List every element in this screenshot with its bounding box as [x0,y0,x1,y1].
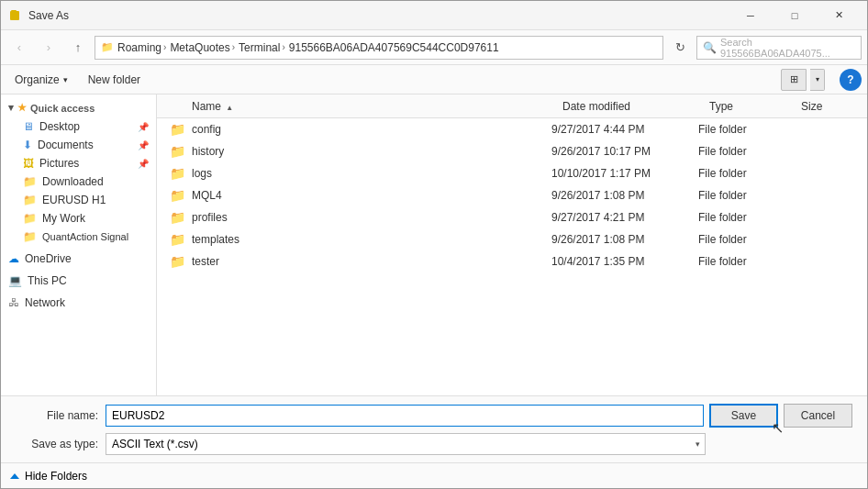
up-button[interactable]: ↑ [65,36,91,60]
filename-row: File name: Save ↖ Cancel [16,404,852,428]
close-button[interactable]: ✕ [818,1,860,30]
maximize-button[interactable]: □ [773,1,816,30]
main-content: ▾ ★ Quick access 🖥 Desktop 📌 ⬇ Documents… [1,94,867,395]
view-button[interactable]: ⊞ [781,69,807,91]
pin-icon-desktop: 📌 [138,122,149,132]
organize-label: Organize [15,73,60,86]
filename-label: File name: [16,409,98,422]
desktop-icon: 🖥 [23,120,34,133]
sidebar-quantaction-label: QuantAction Signal [42,231,128,242]
file-date: 9/27/2017 4:21 PM [551,211,698,224]
quantaction-icon: 📁 [23,230,37,243]
path-segment-id: 915566BA06ADA407569C544CC0D97611 [289,41,499,54]
cancel-button[interactable]: Cancel [784,404,852,428]
file-type: File folder [698,189,790,202]
col-header-date[interactable]: Date modified [557,96,704,117]
sidebar-pictures-label: Pictures [39,157,79,170]
path-segment-metaquotes: MetaQuotes › [170,41,235,54]
file-name: MQL4 [192,189,551,202]
hide-folders-label: Hide Folders [25,470,87,483]
pictures-icon: 🖼 [23,157,34,170]
thispc-section: 💻 This PC [1,272,156,290]
sidebar-network-label: Network [25,296,65,309]
sidebar-item-mywork[interactable]: 📁 My Work [1,209,156,228]
saveastype-select[interactable]: ASCII Text (*.csv)CSV (*.csv)Text (*.txt… [106,433,706,455]
table-row[interactable]: 📁 profiles 9/27/2017 4:21 PM File folder [157,206,867,228]
col-header-name[interactable]: Name ▲ [186,96,557,117]
toolbar: Organize ▾ New folder ⊞ ▾ ? [1,65,867,94]
filename-input[interactable] [106,405,704,427]
file-date: 10/4/2017 1:35 PM [551,255,698,268]
file-name: history [192,145,551,158]
sidebar-item-documents[interactable]: ⬇ Documents 📌 [1,136,156,154]
help-button[interactable]: ? [840,69,862,91]
sidebar-item-eurusd[interactable]: 📁 EURUSD H1 [1,191,156,209]
search-box[interactable]: 🔍 Search 915566BA06ADA4075... [696,36,862,60]
path-segment-roaming: Roaming › [117,41,166,54]
col-header-type[interactable]: Type [704,96,796,117]
svg-rect-1 [11,10,17,12]
sidebar-item-onedrive[interactable]: ☁ OneDrive [1,250,156,268]
thispc-icon: 💻 [8,274,22,287]
sidebar-eurusd-label: EURUSD H1 [42,194,106,206]
file-date: 9/26/2017 1:08 PM [551,233,698,246]
saveastype-wrapper: ASCII Text (*.csv)CSV (*.csv)Text (*.txt… [106,433,706,455]
view-dropdown[interactable]: ▾ [810,69,825,91]
dialog-title: Save As [28,9,729,22]
folder-icon: 📁 [170,188,184,203]
search-icon: 🔍 [703,41,717,54]
minimize-button[interactable]: ─ [729,1,772,30]
sidebar-thispc-label: This PC [28,274,67,287]
table-row[interactable]: 📁 history 9/26/2017 10:17 PM File folder [157,140,867,162]
folder-icon: 📁 [170,232,184,247]
network-icon: 🖧 [8,296,19,309]
sidebar-item-thispc[interactable]: 💻 This PC [1,272,156,290]
sidebar-item-desktop[interactable]: 🖥 Desktop 📌 [1,117,156,136]
sidebar-item-network[interactable]: 🖧 Network [1,294,156,312]
save-as-dialog: Save As ─ □ ✕ ‹ › ↑ 📁 Roaming › MetaQuot… [0,0,868,489]
file-type: File folder [698,167,790,180]
search-placeholder: Search 915566BA06ADA4075... [720,37,855,59]
file-list: Name ▲ Date modified Type Size 📁 config … [157,94,867,395]
table-row[interactable]: 📁 config 9/27/2017 4:44 PM File folder [157,118,867,140]
file-name: profiles [192,211,551,224]
saveastype-label: Save as type: [16,438,98,450]
bottom-bar: File name: Save ↖ Cancel Save as type: A… [1,395,867,462]
new-folder-button[interactable]: New folder [80,69,149,91]
file-name: logs [192,167,551,180]
file-date: 9/26/2017 10:17 PM [551,145,698,158]
organize-arrow: ▾ [63,75,68,84]
sidebar-desktop-label: Desktop [39,120,80,133]
table-row[interactable]: 📁 MQL4 9/26/2017 1:08 PM File folder [157,184,867,206]
file-date: 9/27/2017 4:44 PM [551,123,698,136]
downloaded-icon: 📁 [23,175,37,188]
view-icon: ⊞ [790,73,798,85]
save-button[interactable]: Save [709,404,778,428]
col-header-size[interactable]: Size [796,96,860,117]
forward-button[interactable]: › [36,36,61,60]
sidebar-item-downloaded[interactable]: 📁 Downloaded [1,172,156,191]
folder-icon: 📁 [170,210,184,225]
table-row[interactable]: 📁 logs 10/10/2017 1:17 PM File folder [157,162,867,184]
folder-icon: 📁 [170,144,184,159]
back-button[interactable]: ‹ [6,36,32,60]
pin-icon-pictures: 📌 [138,159,149,169]
quick-access-header[interactable]: ▾ ★ Quick access [1,98,156,117]
sidebar-documents-label: Documents [38,139,94,151]
organize-button[interactable]: Organize ▾ [6,69,76,91]
table-row[interactable]: 📁 templates 9/26/2017 1:08 PM File folde… [157,228,867,250]
refresh-button[interactable]: ↻ [667,36,693,60]
hide-folders-bar[interactable]: Hide Folders [1,462,867,488]
file-rows: 📁 config 9/27/2017 4:44 PM File folder 📁… [157,118,867,395]
file-type: File folder [698,211,790,224]
address-path[interactable]: 📁 Roaming › MetaQuotes › Terminal › 9155… [95,36,663,60]
file-date: 9/26/2017 1:08 PM [551,189,698,202]
file-name: config [192,123,551,136]
file-list-header: Name ▲ Date modified Type Size [157,94,867,118]
path-folder-icon: 📁 [101,41,114,53]
title-bar: Save As ─ □ ✕ [1,1,867,30]
sidebar-onedrive-label: OneDrive [25,252,72,265]
table-row[interactable]: 📁 tester 10/4/2017 1:35 PM File folder [157,250,867,272]
sidebar-item-quantaction[interactable]: 📁 QuantAction Signal [1,228,156,246]
sidebar-item-pictures[interactable]: 🖼 Pictures 📌 [1,154,156,172]
